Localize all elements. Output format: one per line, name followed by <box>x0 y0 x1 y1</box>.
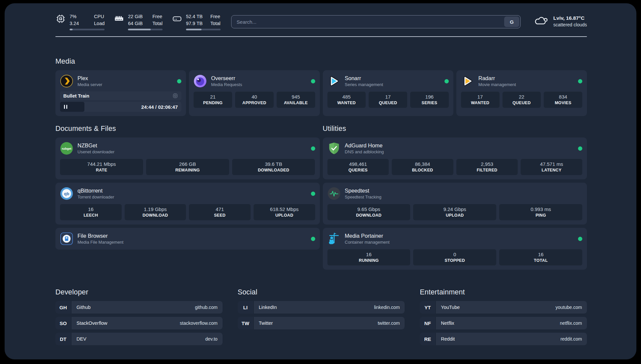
stat-value: 9.24 Gbps <box>415 206 494 212</box>
stat-box: 471 SEED <box>189 204 251 220</box>
status-dot <box>444 79 449 83</box>
playback-progress <box>60 102 84 112</box>
search-provider-button[interactable]: G <box>504 16 519 27</box>
link-section: Entertainment YT YouTube youtube.com NF … <box>420 288 587 345</box>
stat-value: 2,953 <box>458 161 516 167</box>
memory-usage-bar-fill <box>128 29 151 30</box>
pause-icon[interactable] <box>64 105 67 109</box>
memory-usage-bar <box>128 29 163 30</box>
status-dot <box>578 146 582 151</box>
section-title: Entertainment <box>420 288 587 296</box>
stat-box: 9.65 Gbps DOWNLOAD <box>327 204 411 220</box>
link-list: LI LinkedIn linkedin.com TW Twitter twit… <box>238 301 405 329</box>
nzbget-icon: nzbget <box>60 142 73 155</box>
app-subtitle: Series management <box>345 82 383 87</box>
section-media: Media Plex Media server Bullet Train <box>55 57 587 116</box>
stat-label: QUERIES <box>329 168 387 172</box>
link-url: dev.to <box>205 336 218 342</box>
link-row[interactable]: LI LinkedIn linkedin.com <box>238 301 405 314</box>
stats-row: 498,461 QUERIES 86,384 BLOCKED 2,953 FIL… <box>327 159 583 175</box>
app-card[interactable]: Plex Media server Bullet Train 24:44 / 0… <box>55 70 186 116</box>
stat-value: 16 <box>329 252 409 257</box>
status-dot <box>311 237 315 241</box>
link-name: Twitter <box>259 320 273 326</box>
stat-box: 1.19 Gbps DOWNLOAD <box>125 204 186 220</box>
link-section: Developer GH Github github.com SO StackO… <box>55 288 223 345</box>
cpu-icon <box>55 13 66 24</box>
stat-box: 834 MOVIES <box>544 92 582 108</box>
app-card[interactable]: Radarr Movie management 17 WANTED 22 QUE… <box>456 70 587 116</box>
stat-box: 17 WANTED <box>461 92 500 108</box>
stat-value: 485 <box>329 94 364 100</box>
top-bar: 7% 3.24 CPU Load <box>55 13 587 30</box>
link-name: Github <box>76 305 91 310</box>
stat-value: 0.993 ms <box>501 206 580 212</box>
cpu-load-value: 3.24 <box>70 20 87 27</box>
section-title: Utilities <box>323 125 587 133</box>
link-name: DEV <box>76 336 86 342</box>
stat-value: 21 <box>196 94 230 100</box>
link-abbr: RE <box>420 333 435 345</box>
weather-location-temp: Lviv, 16.87°C <box>553 15 587 21</box>
link-name: YouTube <box>441 305 460 310</box>
app-card[interactable]: AdGuard Home DNS and adblocking 498,461 … <box>323 137 587 179</box>
stat-box: 16 LEECH <box>60 204 122 220</box>
link-section: Social LI LinkedIn linkedin.com TW Twitt… <box>238 288 405 345</box>
section-title: Developer <box>55 288 223 296</box>
links-area: Developer GH Github github.com SO StackO… <box>55 288 587 345</box>
section-title: Media <box>55 57 587 66</box>
disk-usage-bar-fill <box>186 29 201 30</box>
app-card[interactable]: nzbget NZBGet Usenet downloader 744.21 M… <box>55 137 320 179</box>
link-row[interactable]: RE Reddit reddit.com <box>420 333 587 345</box>
link-abbr: NF <box>420 317 435 329</box>
stat-label: FILTERED <box>458 168 516 172</box>
status-dot <box>177 79 181 83</box>
link-row[interactable]: YT YouTube youtube.com <box>420 301 587 314</box>
stat-label: LATENCY <box>523 168 580 172</box>
disk-total-label: Total <box>210 20 221 27</box>
link-row[interactable]: SO StackOverflow stackoverflow.com <box>55 317 223 329</box>
app-subtitle: Media server <box>77 82 102 87</box>
stat-label: WANTED <box>463 101 498 105</box>
svg-text:nzbget: nzbget <box>62 147 72 150</box>
status-dot <box>578 237 582 241</box>
link-row[interactable]: DT DEV dev.to <box>55 333 223 345</box>
app-title: Radarr <box>478 75 516 81</box>
stat-label: SERIES <box>412 101 447 105</box>
search-bar: G <box>231 15 521 28</box>
svg-text:qb: qb <box>64 191 69 196</box>
app-title: Media Portainer <box>345 233 390 239</box>
stat-label: MOVIES <box>546 101 580 105</box>
stat-label: UPLOAD <box>256 213 313 218</box>
search-input[interactable] <box>236 19 504 25</box>
link-row[interactable]: TW Twitter twitter.com <box>238 317 405 329</box>
link-row[interactable]: GH Github github.com <box>55 301 223 314</box>
app-card[interactable]: Media Portainer Container management 16 … <box>323 228 587 270</box>
app-card[interactable]: File Browser Media File Management <box>55 228 320 250</box>
link-row[interactable]: NF Netflix netflix.com <box>420 317 587 329</box>
app-card[interactable]: qb qBittorrent Torrent downloader 16 LEE… <box>55 183 320 225</box>
stat-value: 9.65 Gbps <box>329 206 409 212</box>
session-icon[interactable] <box>172 93 178 99</box>
stat-box: 16 RUNNING <box>327 249 411 265</box>
cpu-load-label: Load <box>94 20 105 27</box>
now-playing-title: Bullet Train <box>63 93 89 99</box>
app-card[interactable]: Overseerr Media Requests 21 PENDING 40 A… <box>189 70 320 116</box>
documents-cards: nzbget NZBGet Usenet downloader 744.21 M… <box>55 137 320 250</box>
header-divider <box>55 36 587 37</box>
cpu-usage-label: CPU <box>94 13 105 20</box>
stat-label: STOPPED <box>415 258 494 263</box>
link-name: StackOverflow <box>76 320 107 326</box>
app-card[interactable]: Sonarr Series management 485 WANTED 17 Q… <box>323 70 453 116</box>
app-card[interactable]: Speedtest Speedtest Tracking 9.65 Gbps D… <box>323 183 587 225</box>
status-dot <box>311 192 315 196</box>
section-documents: Documents & Files nzbget NZBGet Usenet d… <box>55 125 320 250</box>
stat-value: 945 <box>279 94 313 100</box>
stat-box: 618.52 Mbps UPLOAD <box>254 204 315 220</box>
media-player: Bullet Train 24:44 / 02:06:47 <box>60 91 181 112</box>
weather-condition: scattered clouds <box>553 22 587 27</box>
app-title: File Browser <box>77 233 123 239</box>
qbittorrent-icon: qb <box>60 187 73 200</box>
stat-value: 834 <box>546 94 580 100</box>
stat-label: LEECH <box>62 213 120 218</box>
